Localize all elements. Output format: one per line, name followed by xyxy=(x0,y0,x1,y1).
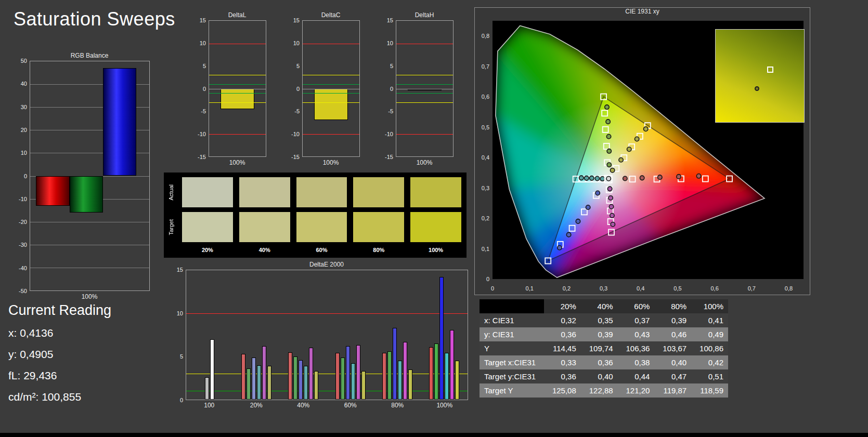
y-tick-label: 0 xyxy=(296,86,300,92)
y-tick-label: -10 xyxy=(198,131,206,137)
deltae-bar xyxy=(252,357,256,400)
deltae-bar xyxy=(429,347,433,400)
measured-dot xyxy=(600,177,604,181)
column-label: 100% xyxy=(410,247,461,254)
deltae-bar xyxy=(267,366,271,400)
y-tick-label: -5 xyxy=(294,108,300,114)
plot-area xyxy=(186,270,468,400)
y-tick-label: 30 xyxy=(21,104,27,110)
chart-body: 151050 xyxy=(172,270,468,400)
y-tick-label: -10 xyxy=(19,196,27,202)
y-tick-label: -50 xyxy=(19,288,27,294)
x-tick-label: 100% xyxy=(421,402,469,410)
deltae-bar xyxy=(434,343,438,400)
bar-group-60% xyxy=(327,270,374,400)
y-tick-label: 0 xyxy=(24,173,27,179)
y-tick-label: 0 xyxy=(180,397,183,403)
y-tick-label: 0 xyxy=(390,86,393,92)
x-tick-label: 0,6 xyxy=(710,285,718,292)
x-tick-label: 0,1 xyxy=(526,285,534,292)
measured-dot xyxy=(610,214,614,218)
table-cell: 0,38 xyxy=(618,355,655,369)
table-cell: 0,44 xyxy=(618,369,655,383)
deltae-bar xyxy=(439,277,444,400)
row-label: Target x:CIE31 xyxy=(480,355,544,369)
ref-line xyxy=(396,102,453,103)
swatch-target-60% xyxy=(296,212,347,242)
measured-dot xyxy=(605,105,609,109)
table-cell: 118,59 xyxy=(691,383,728,398)
deltae-bar xyxy=(341,357,345,400)
chart-body: 151050-5-10-15 xyxy=(195,20,266,157)
deltae-bar xyxy=(293,356,297,400)
y-tick-label: -5 xyxy=(388,108,393,114)
y-tick-label: -15 xyxy=(291,154,300,160)
x-tick-label: 0,2 xyxy=(563,285,571,292)
chart-body: 151050-5-10-15 xyxy=(288,20,360,157)
y-tick-label: 0 xyxy=(486,276,489,282)
deltae-bar xyxy=(247,368,251,400)
measured-dot xyxy=(609,205,613,209)
swatch-actual-40% xyxy=(239,177,290,207)
deltae-bar xyxy=(304,366,308,400)
ref-line xyxy=(396,134,453,135)
y-axis: 151050-5-10-15 xyxy=(382,20,396,157)
y-tick-label: 0,3 xyxy=(482,185,489,191)
page-title: Saturation Sweeps xyxy=(14,8,175,30)
reading-x: x: 0,4136 xyxy=(8,327,111,339)
column-header: 60% xyxy=(618,299,655,313)
measured-dot xyxy=(619,158,623,162)
chart-body: 50403020100-10-20-30-40-50 xyxy=(16,61,150,291)
deltae-bar xyxy=(361,371,366,400)
measured-dot xyxy=(644,127,648,131)
deltae-bar xyxy=(205,377,209,400)
y-tick-label: 10 xyxy=(387,40,393,46)
measured-dot xyxy=(608,196,613,200)
measured-dot xyxy=(566,232,571,236)
current-reading-title: Current Reading xyxy=(8,302,111,319)
x-axis-labels: 10020%40%60%80%100% xyxy=(172,400,468,410)
x-tick-label: 80% xyxy=(374,402,421,410)
x-tick-label: 40% xyxy=(280,402,327,410)
bar-red xyxy=(36,176,69,206)
chart-body: 151050-5-10-15 xyxy=(382,20,454,157)
bar-groups xyxy=(186,270,468,400)
plot-area xyxy=(209,20,266,157)
table-corner-cell xyxy=(480,299,544,313)
ref-line xyxy=(303,93,359,94)
chart-title: RGB Balance xyxy=(16,52,150,61)
table-cell: 0,36 xyxy=(544,369,581,383)
y-tick-label: 0,5 xyxy=(482,124,489,130)
deltae-bar xyxy=(408,369,412,400)
ref-line xyxy=(303,75,359,75)
deltae-bar xyxy=(356,345,360,400)
ref-line xyxy=(396,44,453,44)
deltae-bar xyxy=(309,348,313,400)
bar-group-80% xyxy=(374,270,421,400)
delta-charts-row: DeltaL151050-5-10-15100%DeltaC151050-5-1… xyxy=(195,11,475,167)
measured-dot xyxy=(623,176,627,180)
ref-line xyxy=(396,84,453,85)
cie-zoom-inset xyxy=(715,29,805,123)
y-tick-label: 10 xyxy=(177,310,183,316)
table-cell: 0,42 xyxy=(691,355,728,369)
table-cell: 100,86 xyxy=(691,341,728,355)
bar-group-100 xyxy=(186,270,233,400)
measured-dot xyxy=(576,219,580,223)
deltae-bar xyxy=(299,360,303,400)
plot-area xyxy=(30,61,150,291)
bar-group-40% xyxy=(280,270,327,400)
actual-vs-target-swatches: ActualTarget20%40%60%80%100% xyxy=(164,173,467,258)
table-cell: 0,37 xyxy=(618,313,655,327)
ref-line xyxy=(303,44,359,44)
ref-line xyxy=(209,75,266,75)
x-tick-label: 0,4 xyxy=(637,285,644,292)
current-reading: Current Reading x: 0,4136 y: 0,4905 fL: … xyxy=(8,302,111,412)
inset-target-square xyxy=(767,67,773,73)
swatch-target-80% xyxy=(353,212,404,242)
table-cell: 0,39 xyxy=(654,313,691,327)
y-tick-label: -5 xyxy=(201,108,206,114)
swatch-target-40% xyxy=(239,212,290,242)
ref-line xyxy=(209,93,266,94)
column-header: 20% xyxy=(544,299,581,313)
